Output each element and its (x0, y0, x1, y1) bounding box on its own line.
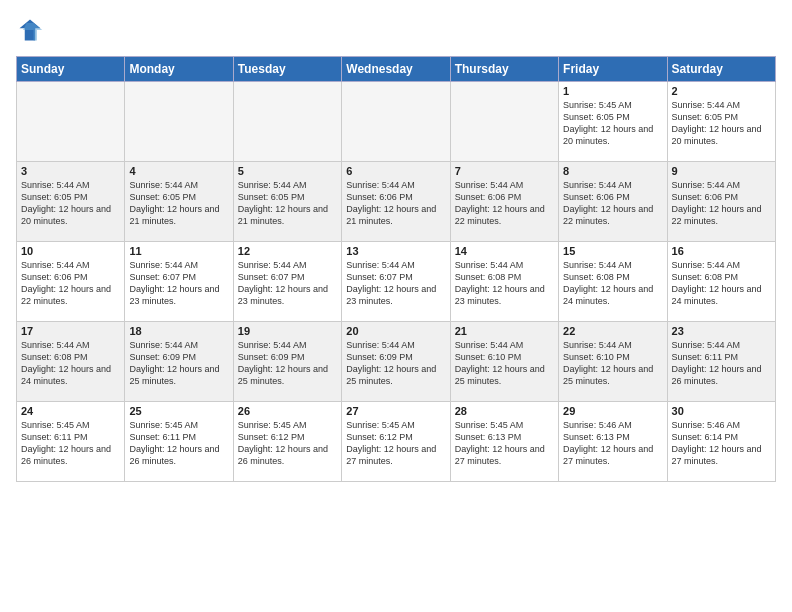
day-info: Sunrise: 5:46 AM Sunset: 6:14 PM Dayligh… (672, 419, 771, 468)
day-cell: 17Sunrise: 5:44 AM Sunset: 6:08 PM Dayli… (17, 322, 125, 402)
day-cell: 9Sunrise: 5:44 AM Sunset: 6:06 PM Daylig… (667, 162, 775, 242)
day-number: 17 (21, 325, 120, 337)
day-number: 16 (672, 245, 771, 257)
day-cell: 20Sunrise: 5:44 AM Sunset: 6:09 PM Dayli… (342, 322, 450, 402)
day-cell (17, 82, 125, 162)
day-cell: 24Sunrise: 5:45 AM Sunset: 6:11 PM Dayli… (17, 402, 125, 482)
page-header (16, 16, 776, 44)
day-number: 27 (346, 405, 445, 417)
day-info: Sunrise: 5:44 AM Sunset: 6:06 PM Dayligh… (346, 179, 445, 228)
day-info: Sunrise: 5:45 AM Sunset: 6:11 PM Dayligh… (129, 419, 228, 468)
day-info: Sunrise: 5:44 AM Sunset: 6:11 PM Dayligh… (672, 339, 771, 388)
day-info: Sunrise: 5:45 AM Sunset: 6:12 PM Dayligh… (346, 419, 445, 468)
day-info: Sunrise: 5:45 AM Sunset: 6:13 PM Dayligh… (455, 419, 554, 468)
day-cell: 7Sunrise: 5:44 AM Sunset: 6:06 PM Daylig… (450, 162, 558, 242)
day-info: Sunrise: 5:44 AM Sunset: 6:05 PM Dayligh… (21, 179, 120, 228)
day-info: Sunrise: 5:44 AM Sunset: 6:10 PM Dayligh… (455, 339, 554, 388)
day-cell: 14Sunrise: 5:44 AM Sunset: 6:08 PM Dayli… (450, 242, 558, 322)
day-cell: 3Sunrise: 5:44 AM Sunset: 6:05 PM Daylig… (17, 162, 125, 242)
day-number: 8 (563, 165, 662, 177)
day-cell: 2Sunrise: 5:44 AM Sunset: 6:05 PM Daylig… (667, 82, 775, 162)
weekday-header-friday: Friday (559, 57, 667, 82)
logo (16, 16, 48, 44)
day-number: 13 (346, 245, 445, 257)
day-info: Sunrise: 5:45 AM Sunset: 6:05 PM Dayligh… (563, 99, 662, 148)
day-info: Sunrise: 5:44 AM Sunset: 6:08 PM Dayligh… (455, 259, 554, 308)
day-number: 20 (346, 325, 445, 337)
day-cell (342, 82, 450, 162)
day-number: 1 (563, 85, 662, 97)
day-cell: 28Sunrise: 5:45 AM Sunset: 6:13 PM Dayli… (450, 402, 558, 482)
day-cell: 27Sunrise: 5:45 AM Sunset: 6:12 PM Dayli… (342, 402, 450, 482)
day-cell: 16Sunrise: 5:44 AM Sunset: 6:08 PM Dayli… (667, 242, 775, 322)
day-info: Sunrise: 5:44 AM Sunset: 6:06 PM Dayligh… (672, 179, 771, 228)
day-info: Sunrise: 5:44 AM Sunset: 6:08 PM Dayligh… (563, 259, 662, 308)
day-number: 4 (129, 165, 228, 177)
day-number: 15 (563, 245, 662, 257)
day-cell (233, 82, 341, 162)
day-number: 22 (563, 325, 662, 337)
day-number: 28 (455, 405, 554, 417)
day-cell: 5Sunrise: 5:44 AM Sunset: 6:05 PM Daylig… (233, 162, 341, 242)
week-row-4: 17Sunrise: 5:44 AM Sunset: 6:08 PM Dayli… (17, 322, 776, 402)
day-number: 21 (455, 325, 554, 337)
day-number: 19 (238, 325, 337, 337)
day-cell: 18Sunrise: 5:44 AM Sunset: 6:09 PM Dayli… (125, 322, 233, 402)
weekday-header-row: SundayMondayTuesdayWednesdayThursdayFrid… (17, 57, 776, 82)
day-cell: 12Sunrise: 5:44 AM Sunset: 6:07 PM Dayli… (233, 242, 341, 322)
day-info: Sunrise: 5:44 AM Sunset: 6:07 PM Dayligh… (129, 259, 228, 308)
logo-icon (16, 16, 44, 44)
day-number: 18 (129, 325, 228, 337)
day-cell: 4Sunrise: 5:44 AM Sunset: 6:05 PM Daylig… (125, 162, 233, 242)
day-cell: 1Sunrise: 5:45 AM Sunset: 6:05 PM Daylig… (559, 82, 667, 162)
day-number: 2 (672, 85, 771, 97)
day-info: Sunrise: 5:44 AM Sunset: 6:06 PM Dayligh… (455, 179, 554, 228)
day-cell: 8Sunrise: 5:44 AM Sunset: 6:06 PM Daylig… (559, 162, 667, 242)
day-cell: 6Sunrise: 5:44 AM Sunset: 6:06 PM Daylig… (342, 162, 450, 242)
day-number: 11 (129, 245, 228, 257)
day-number: 24 (21, 405, 120, 417)
day-cell: 30Sunrise: 5:46 AM Sunset: 6:14 PM Dayli… (667, 402, 775, 482)
week-row-2: 3Sunrise: 5:44 AM Sunset: 6:05 PM Daylig… (17, 162, 776, 242)
weekday-header-sunday: Sunday (17, 57, 125, 82)
week-row-5: 24Sunrise: 5:45 AM Sunset: 6:11 PM Dayli… (17, 402, 776, 482)
day-number: 25 (129, 405, 228, 417)
week-row-3: 10Sunrise: 5:44 AM Sunset: 6:06 PM Dayli… (17, 242, 776, 322)
day-number: 26 (238, 405, 337, 417)
day-number: 10 (21, 245, 120, 257)
day-number: 29 (563, 405, 662, 417)
day-cell: 19Sunrise: 5:44 AM Sunset: 6:09 PM Dayli… (233, 322, 341, 402)
day-cell: 22Sunrise: 5:44 AM Sunset: 6:10 PM Dayli… (559, 322, 667, 402)
day-info: Sunrise: 5:44 AM Sunset: 6:08 PM Dayligh… (21, 339, 120, 388)
day-cell: 11Sunrise: 5:44 AM Sunset: 6:07 PM Dayli… (125, 242, 233, 322)
weekday-header-thursday: Thursday (450, 57, 558, 82)
day-cell: 13Sunrise: 5:44 AM Sunset: 6:07 PM Dayli… (342, 242, 450, 322)
day-info: Sunrise: 5:45 AM Sunset: 6:11 PM Dayligh… (21, 419, 120, 468)
day-info: Sunrise: 5:44 AM Sunset: 6:06 PM Dayligh… (563, 179, 662, 228)
day-cell: 10Sunrise: 5:44 AM Sunset: 6:06 PM Dayli… (17, 242, 125, 322)
day-number: 7 (455, 165, 554, 177)
day-number: 3 (21, 165, 120, 177)
day-info: Sunrise: 5:46 AM Sunset: 6:13 PM Dayligh… (563, 419, 662, 468)
day-cell (450, 82, 558, 162)
day-cell: 21Sunrise: 5:44 AM Sunset: 6:10 PM Dayli… (450, 322, 558, 402)
day-cell: 25Sunrise: 5:45 AM Sunset: 6:11 PM Dayli… (125, 402, 233, 482)
weekday-header-saturday: Saturday (667, 57, 775, 82)
day-info: Sunrise: 5:44 AM Sunset: 6:07 PM Dayligh… (238, 259, 337, 308)
day-info: Sunrise: 5:44 AM Sunset: 6:05 PM Dayligh… (129, 179, 228, 228)
day-cell: 29Sunrise: 5:46 AM Sunset: 6:13 PM Dayli… (559, 402, 667, 482)
day-number: 6 (346, 165, 445, 177)
day-info: Sunrise: 5:44 AM Sunset: 6:05 PM Dayligh… (672, 99, 771, 148)
day-info: Sunrise: 5:44 AM Sunset: 6:05 PM Dayligh… (238, 179, 337, 228)
day-info: Sunrise: 5:44 AM Sunset: 6:08 PM Dayligh… (672, 259, 771, 308)
day-info: Sunrise: 5:44 AM Sunset: 6:09 PM Dayligh… (129, 339, 228, 388)
week-row-1: 1Sunrise: 5:45 AM Sunset: 6:05 PM Daylig… (17, 82, 776, 162)
day-info: Sunrise: 5:44 AM Sunset: 6:10 PM Dayligh… (563, 339, 662, 388)
day-number: 23 (672, 325, 771, 337)
day-info: Sunrise: 5:45 AM Sunset: 6:12 PM Dayligh… (238, 419, 337, 468)
day-info: Sunrise: 5:44 AM Sunset: 6:07 PM Dayligh… (346, 259, 445, 308)
day-number: 30 (672, 405, 771, 417)
weekday-header-tuesday: Tuesday (233, 57, 341, 82)
day-info: Sunrise: 5:44 AM Sunset: 6:09 PM Dayligh… (346, 339, 445, 388)
day-number: 12 (238, 245, 337, 257)
